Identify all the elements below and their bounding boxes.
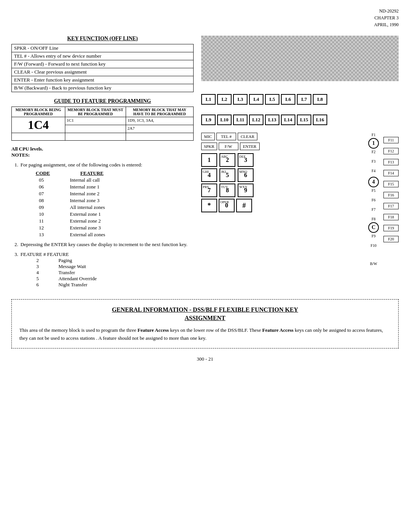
key-7[interactable]: PRS 7 — [201, 184, 217, 197]
f19-btn[interactable]: F19 — [383, 225, 399, 231]
f12-btn[interactable]: F12 — [383, 148, 399, 154]
spkr-btn[interactable]: SPKR — [201, 143, 217, 150]
tel-btn[interactable]: TEL # — [216, 133, 236, 140]
right-column: L1 L2 L3 L4 L5 L6 L7 L8 L9 L10 L11 L12 L… — [201, 36, 399, 292]
feat-row-1: 3Message Wait — [32, 264, 97, 270]
code-feature-table: CODE FEATURE 05Internal all call 06Inter… — [36, 170, 142, 238]
item1-text: For paging assignment, one of the follow… — [20, 162, 142, 168]
code-header: CODE — [36, 170, 50, 176]
item3-header: FEATURE # FEATURE — [20, 251, 97, 257]
key-6[interactable]: MNO 6 — [238, 168, 254, 182]
all-cpu: All CPU levels. — [11, 146, 194, 152]
key-1[interactable]: 1 — [201, 153, 217, 167]
guide-col2-header: MEMORY BLOCK THAT MUST BE PROGRAMMED — [65, 107, 126, 117]
key-star[interactable]: * — [201, 199, 217, 212]
mic-btn[interactable]: MIC — [201, 133, 215, 140]
kf-item-3: F/W (Forward) - Forward to next function… — [12, 60, 193, 68]
cf-row-4: 09All internal zones — [36, 204, 142, 210]
f-right-col: F11 F12 F13 F14 F15 F16 F17 F18 — [383, 133, 399, 266]
header-line1: ND-20292 — [11, 8, 399, 14]
key-2[interactable]: ABC 2 — [219, 153, 235, 167]
feature-table: 2Paging 3Message Wait 4Transfer 5Attenda… — [32, 257, 97, 288]
kf-item-5: ENTER - Enter function key assignment — [12, 76, 193, 84]
fw-btn[interactable]: F/W — [219, 143, 238, 150]
guide-col3-val1: 1D9, 1C3, 3A4, — [126, 117, 193, 125]
f17-btn[interactable]: F17 — [383, 203, 399, 209]
row-mic-tel: MIC TEL # CLEAR — [201, 133, 364, 140]
notes-label: NOTES: — [11, 152, 194, 158]
circled-4: 4 — [368, 177, 379, 187]
f15-btn[interactable]: F15 — [383, 181, 399, 187]
guide-col1-header: MEMORY BLOCK BEING PROGRAMMED — [12, 107, 65, 117]
f11-btn[interactable]: F11 — [383, 137, 399, 143]
f2-label: F2 — [372, 150, 376, 154]
l2-btn[interactable]: L2 — [217, 94, 232, 105]
key-5[interactable]: JKL 5 — [219, 168, 235, 182]
kf-item-4: CLEAR - Clear previous assignment — [12, 68, 193, 76]
key-9[interactable]: WXY 9 — [238, 184, 254, 197]
cf-row-2: 07Internal zone 2 — [36, 191, 142, 197]
f16-btn[interactable]: F16 — [383, 192, 399, 198]
l13-btn[interactable]: L13 — [265, 115, 279, 125]
l10-btn[interactable]: L10 — [217, 115, 232, 125]
left-column: KEY FUNCTION (OFF LINE) SPKR - ON/OFF Li… — [11, 36, 194, 292]
l6-btn[interactable]: L6 — [281, 94, 295, 105]
key-8[interactable]: TUV 8 — [219, 184, 235, 197]
guide-table: MEMORY BLOCK BEING PROGRAMMED MEMORY BLO… — [11, 107, 194, 141]
l7-btn[interactable]: L7 — [297, 94, 311, 105]
feat-row-3: 5Attendant Override — [32, 276, 97, 282]
guide-col2-empty — [65, 125, 126, 133]
f4-label: F4 — [372, 169, 376, 173]
f7-label: F7 — [372, 207, 376, 212]
l4-btn[interactable]: L4 — [249, 94, 263, 105]
l5-btn[interactable]: L5 — [265, 94, 279, 105]
header-line2: CHAPTER 3 — [11, 14, 399, 21]
feature-header: FEATURE — [80, 170, 104, 176]
kf-item-6: B/W (Backward) - Back to previous functi… — [12, 84, 193, 92]
l14-btn[interactable]: L14 — [281, 115, 295, 125]
l16-btn[interactable]: L16 — [313, 115, 327, 125]
f3-label: F3 — [372, 159, 376, 163]
oper-row: * OPER 0 # — [201, 199, 364, 212]
row-spkr-fw: SPKR F/W ENTER — [201, 143, 364, 150]
bottom-title-line2: ASSIGNMENT — [184, 315, 226, 321]
kf-item-2: TEL # - Allows entry of new device numbe… — [12, 52, 193, 60]
l3-btn[interactable]: L3 — [233, 94, 248, 105]
feat-row-4: 6Night Transfer — [32, 282, 97, 288]
key-hash[interactable]: # — [236, 199, 252, 212]
cf-header: CODE FEATURE — [36, 170, 142, 176]
f18-btn[interactable]: F18 — [383, 214, 399, 220]
main-content: KEY FUNCTION (OFF LINE) SPKR - ON/OFF Li… — [11, 36, 399, 292]
l-row-1: L1 L2 L3 L4 L5 L6 L7 L8 — [201, 94, 399, 105]
l1-btn[interactable]: L1 — [201, 94, 216, 105]
f10-label: F10 — [371, 243, 377, 248]
image-placeholder — [201, 36, 399, 81]
l8-btn[interactable]: L8 — [313, 94, 327, 105]
guide-col3-val2: 2A7 — [126, 125, 193, 133]
guide-row3-empty — [12, 133, 65, 141]
key-function-list: SPKR - ON/OFF Line TEL # - Allows entry … — [11, 44, 194, 92]
bottom-title: GENERAL INFORMATION - DSS/BLF FLEXIBLE F… — [19, 306, 391, 323]
item2-text: Depressing the ENTER key causes the disp… — [20, 242, 188, 248]
l11-btn[interactable]: L11 — [233, 115, 248, 125]
cf-row-0: 05Internal all call — [36, 177, 142, 183]
bw-label: B/W — [370, 262, 377, 266]
f9-label: F9 — [372, 234, 376, 238]
f6-label: F6 — [372, 198, 376, 202]
l9-btn[interactable]: L9 — [201, 115, 216, 125]
key-4[interactable]: GHI 4 — [201, 168, 217, 182]
l12-btn[interactable]: L12 — [249, 115, 263, 125]
keypad-main: MIC TEL # CLEAR SPKR F/W ENTER 1 — [201, 133, 364, 266]
l15-btn[interactable]: L15 — [297, 115, 311, 125]
f14-btn[interactable]: F14 — [383, 170, 399, 176]
f20-btn[interactable]: F20 — [383, 236, 399, 242]
clear-btn[interactable]: CLEAR — [238, 133, 257, 140]
guide-row3-col2 — [65, 133, 126, 141]
list-item-2: 2. Depressing the ENTER key causes the d… — [11, 242, 194, 248]
key-3[interactable]: DEF 3 — [238, 153, 254, 167]
f8-label: F8 — [372, 217, 376, 221]
notes-section: All CPU levels. NOTES: 1. For paging ass… — [11, 146, 194, 288]
key-0[interactable]: OPER 0 — [219, 199, 235, 212]
f13-btn[interactable]: F13 — [383, 159, 399, 165]
enter-btn[interactable]: ENTER — [240, 143, 260, 150]
